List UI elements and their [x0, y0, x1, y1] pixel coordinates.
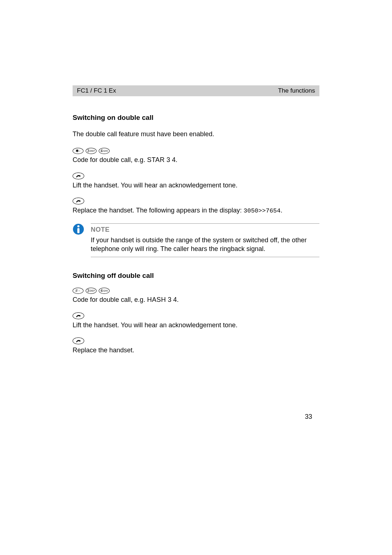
- step-text: Code for double call, e.g. STAR 3 4.: [73, 155, 319, 164]
- page-header: FC1 / FC 1 Ex The functions: [73, 85, 319, 96]
- step-text: Code for double call, e.g. HASH 3 4.: [73, 295, 319, 304]
- header-right: The functions: [278, 87, 315, 94]
- svg-point-1: [77, 225, 79, 227]
- handset-icon: [73, 173, 84, 179]
- three-key-icon: 3DEF: [86, 148, 97, 154]
- note-text: If your handset is outside the range of …: [91, 236, 319, 254]
- page-number: 33: [305, 413, 312, 421]
- section-title: Switching on double call: [73, 114, 319, 122]
- section-intro: The double call feature must have been e…: [73, 130, 319, 138]
- handset-icon: [73, 312, 84, 319]
- note-block: NOTE If your handset is outside the rang…: [73, 223, 319, 258]
- step-lift-off: Lift the handset. You will hear an ackno…: [73, 312, 319, 329]
- step-keys-on: ✱⌐ 3DEF 4GHI Code for double call, e.g. …: [73, 148, 319, 164]
- step-text: Replace the handset.: [73, 346, 319, 355]
- star-key-icon: ✱⌐: [73, 148, 83, 154]
- note-label: NOTE: [91, 226, 319, 234]
- four-key-icon: 4GHI: [99, 288, 110, 294]
- step-replace-on: Replace the handset. The following appea…: [73, 198, 319, 215]
- section-title: Switching off double call: [73, 272, 319, 280]
- step-text: Replace the handset. The following appea…: [73, 206, 319, 215]
- svg-rect-2: [77, 228, 79, 233]
- info-icon: [73, 223, 84, 235]
- handset-icon: [73, 337, 84, 344]
- step-keys-off: #↔ 3DEF 4GHI Code for double call, e.g. …: [73, 288, 319, 304]
- hash-key-icon: #↔: [73, 288, 83, 294]
- three-key-icon: 3DEF: [86, 288, 97, 294]
- handset-icon: [73, 198, 84, 204]
- step-text: Lift the handset. You will hear an ackno…: [73, 181, 319, 190]
- step-text: Lift the handset. You will hear an ackno…: [73, 321, 319, 329]
- four-key-icon: 4GHI: [99, 148, 110, 154]
- header-left: FC1 / FC 1 Ex: [77, 87, 116, 94]
- step-lift-on: Lift the handset. You will hear an ackno…: [73, 173, 319, 190]
- step-replace-off: Replace the handset.: [73, 337, 319, 355]
